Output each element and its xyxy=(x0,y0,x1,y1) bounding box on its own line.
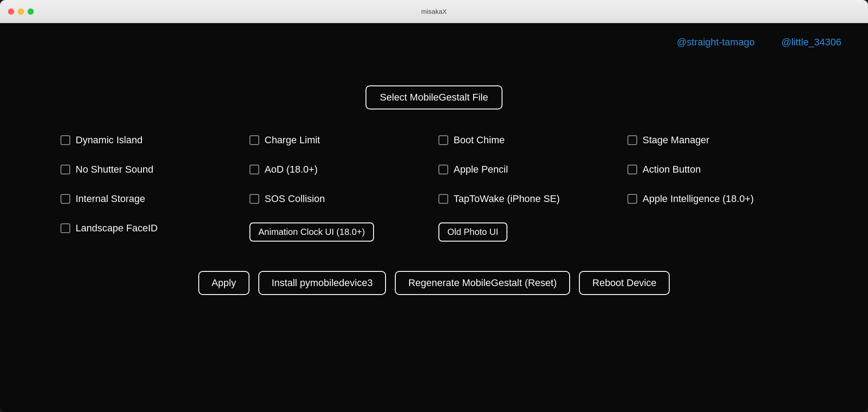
old-photo-ui-button[interactable]: Old Photo UI xyxy=(438,222,507,242)
animation-clock-ui-button[interactable]: Animation Clock UI (18.0+) xyxy=(249,222,374,242)
main-content: @straight-tamago @little_34306 Select Mo… xyxy=(0,23,868,412)
option-aod: AoD (18.0+) xyxy=(245,161,434,178)
label-aod: AoD (18.0+) xyxy=(265,164,317,175)
option-apple-intelligence: Apple Intelligence (18.0+) xyxy=(623,190,812,207)
column-3: Boot Chime Apple Pencil TapToWake (iPhon… xyxy=(434,132,623,244)
select-file-button[interactable]: Select MobileGestalt File xyxy=(366,85,502,109)
option-old-photo-ui: Old Photo UI xyxy=(434,220,623,244)
install-pymobiledevice3-button[interactable]: Install pymobiledevice3 xyxy=(258,271,386,295)
label-sos-collision: SOS Collision xyxy=(265,193,325,205)
column-4: Stage Manager Action Button Apple Intell… xyxy=(623,132,812,244)
window-title: misakaX xyxy=(421,8,447,15)
option-no-shutter-sound: No Shutter Sound xyxy=(56,161,245,178)
checkbox-charge-limit[interactable] xyxy=(249,135,259,145)
label-no-shutter-sound: No Shutter Sound xyxy=(76,164,153,175)
option-taptowake: TapToWake (iPhone SE) xyxy=(434,190,623,207)
select-file-area: Select MobileGestalt File xyxy=(366,85,502,109)
checkbox-apple-intelligence[interactable] xyxy=(627,194,637,204)
checkbox-no-shutter-sound[interactable] xyxy=(60,165,70,174)
label-apple-intelligence: Apple Intelligence (18.0+) xyxy=(643,193,754,205)
label-boot-chime: Boot Chime xyxy=(454,134,505,146)
label-charge-limit: Charge Limit xyxy=(265,134,320,146)
checkbox-boot-chime[interactable] xyxy=(438,135,448,145)
checkbox-dynamic-island[interactable] xyxy=(60,135,70,145)
label-apple-pencil: Apple Pencil xyxy=(454,164,508,175)
option-apple-pencil: Apple Pencil xyxy=(434,161,623,178)
checkbox-aod[interactable] xyxy=(249,165,259,174)
option-dynamic-island: Dynamic Island xyxy=(56,132,245,149)
label-stage-manager: Stage Manager xyxy=(643,134,709,146)
option-stage-manager: Stage Manager xyxy=(623,132,812,149)
checkbox-apple-pencil[interactable] xyxy=(438,165,448,174)
apply-button[interactable]: Apply xyxy=(198,271,249,295)
label-landscape-faceid: Landscape FaceID xyxy=(76,222,158,234)
top-links: @straight-tamago @little_34306 xyxy=(677,36,841,48)
regenerate-mobilegestalt-button[interactable]: Regenerate MobileGestalt (Reset) xyxy=(395,271,570,295)
bottom-buttons: Apply Install pymobiledevice3 Regenerate… xyxy=(198,271,670,295)
checkbox-action-button[interactable] xyxy=(627,165,637,174)
checkbox-internal-storage[interactable] xyxy=(60,194,70,204)
checkbox-sos-collision[interactable] xyxy=(249,194,259,204)
checkbox-landscape-faceid[interactable] xyxy=(60,223,70,233)
close-button[interactable] xyxy=(8,8,14,15)
label-internal-storage: Internal Storage xyxy=(76,193,145,205)
link-straight-tamago[interactable]: @straight-tamago xyxy=(677,36,755,48)
checkbox-taptowake[interactable] xyxy=(438,194,448,204)
app-window: misakaX @straight-tamago @little_34306 S… xyxy=(0,0,868,412)
column-2: Charge Limit AoD (18.0+) SOS Collision A… xyxy=(245,132,434,244)
maximize-button[interactable] xyxy=(28,8,34,15)
options-grid: Dynamic Island No Shutter Sound Internal… xyxy=(56,132,812,244)
option-action-button: Action Button xyxy=(623,161,812,178)
option-animation-clock-ui: Animation Clock UI (18.0+) xyxy=(245,220,434,244)
option-sos-collision: SOS Collision xyxy=(245,190,434,207)
label-taptowake: TapToWake (iPhone SE) xyxy=(454,193,560,205)
column-1: Dynamic Island No Shutter Sound Internal… xyxy=(56,132,245,244)
minimize-button[interactable] xyxy=(18,8,24,15)
window-controls xyxy=(8,8,34,15)
link-little-34306[interactable]: @little_34306 xyxy=(781,36,841,48)
label-dynamic-island: Dynamic Island xyxy=(76,134,142,146)
option-internal-storage: Internal Storage xyxy=(56,190,245,207)
titlebar: misakaX xyxy=(0,0,868,23)
label-action-button: Action Button xyxy=(643,164,701,175)
checkbox-stage-manager[interactable] xyxy=(627,135,637,145)
option-charge-limit: Charge Limit xyxy=(245,132,434,149)
option-boot-chime: Boot Chime xyxy=(434,132,623,149)
reboot-device-button[interactable]: Reboot Device xyxy=(579,271,670,295)
option-landscape-faceid: Landscape FaceID xyxy=(56,220,245,237)
